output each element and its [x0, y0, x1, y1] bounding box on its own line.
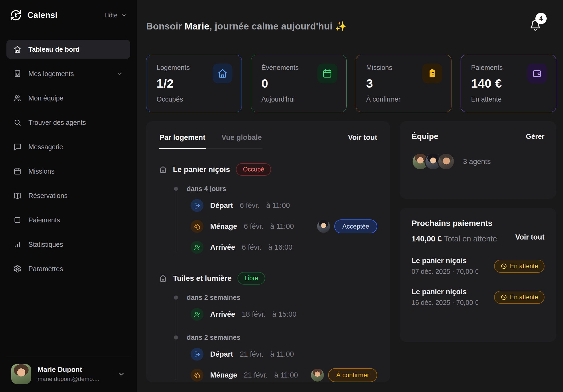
user-email: marie.dupont@demo....: [38, 376, 99, 383]
clock-icon: [501, 294, 507, 301]
timeline-group-label: dans 2 semaines: [176, 334, 377, 341]
sidebar-item-label: Mon équipe: [28, 94, 64, 102]
stat-icon-tile: [527, 64, 547, 83]
sidebar-item-dashboard[interactable]: Tableau de bord: [6, 40, 130, 59]
stat-icon-tile: [422, 64, 442, 83]
payments-subheader: 140,00 € Total en attente Voir tout: [412, 233, 545, 244]
clipboard-icon: [427, 68, 437, 79]
home-icon: [13, 45, 21, 53]
chevron-down-icon[interactable]: [117, 370, 125, 378]
property-status-badge: Libre: [238, 272, 265, 285]
event-label: Ménage: [210, 371, 237, 379]
schedule-view-all-link[interactable]: Voir tout: [348, 132, 377, 142]
calendar-icon: [322, 68, 332, 79]
notification-badge: 4: [535, 13, 547, 24]
sidebar-item-reservations[interactable]: Réservations: [6, 186, 130, 205]
sidebar-item-team[interactable]: Mon équipe: [6, 88, 130, 108]
timeline-when: dans 4 jours: [187, 185, 226, 193]
timeline-group-label: dans 2 semaines: [176, 294, 377, 301]
stat-card-paiements[interactable]: Paiements140 €En attente: [461, 55, 556, 112]
stat-card-logements[interactable]: Logements1/2Occupés: [146, 55, 242, 112]
payments-list: Le panier niçois07 déc. 2025 · 70,00 €En…: [412, 257, 545, 307]
home-icon: [159, 166, 167, 174]
assignee-avatar: [311, 369, 324, 382]
timeline-when: dans 2 semaines: [187, 294, 240, 301]
sidebar-item-settings[interactable]: Paramètres: [6, 259, 130, 278]
stat-card-evenements[interactable]: Événements0Aujourd'hui: [251, 55, 347, 112]
arrivee-icon: [194, 244, 201, 251]
property-name: Tuiles et lumière: [173, 274, 232, 283]
event-date: 6 févr.: [240, 201, 260, 210]
sidebar-item-find-agents[interactable]: Trouver des agents: [6, 113, 130, 132]
chevron-down-icon: [116, 70, 123, 77]
sidebar-item-label: Réservations: [28, 192, 68, 200]
user-name: Marie Dupont: [38, 365, 99, 374]
sidebar-item-label: Trouver des agents: [28, 119, 86, 126]
bar-chart-icon: [13, 240, 21, 248]
sidebar-item-listings[interactable]: Mes logements: [6, 64, 130, 83]
event-time: à 11:00: [274, 371, 298, 379]
depart-icon: [194, 202, 201, 209]
notifications-button[interactable]: 4: [529, 19, 541, 32]
sidebar-item-messages[interactable]: Messagerie: [6, 137, 130, 156]
event-row: Départ21 févr.à 11:00: [176, 344, 377, 364]
square-icon: [13, 216, 21, 224]
gear-icon: [13, 265, 21, 273]
event-row: Arrivée18 févr.à 15:00: [176, 304, 377, 324]
team-manage-link[interactable]: Gérer: [526, 132, 545, 141]
payment-row: Le panier niçois16 déc. 2025 · 70,00 €En…: [412, 288, 545, 307]
event-type-icon-wrap: [191, 241, 203, 254]
sidebar: Calensi Hôte Tableau de bordMes logement…: [0, 0, 137, 392]
event-date: 6 févr.: [242, 243, 262, 252]
properties-list: Le panier niçoisOccupédans 4 joursDépart…: [159, 163, 377, 382]
stat-icon-tile: [317, 64, 337, 83]
building-icon: [13, 70, 21, 78]
tab-by-property[interactable]: Par logement: [159, 132, 206, 148]
upcoming-payments-card: Prochains paiements 140,00 € Total en at…: [400, 208, 556, 342]
payment-status-badge: En attente: [494, 260, 545, 273]
event-type-icon-wrap: [191, 369, 203, 382]
team-count: 3 agents: [463, 158, 491, 166]
brand-name: Calensi: [27, 10, 57, 20]
timeline-dot: [174, 296, 178, 300]
event-label: Arrivée: [210, 243, 235, 252]
assignment-status-badge[interactable]: Acceptée: [334, 219, 377, 233]
chevron-down-icon: [121, 12, 127, 18]
tab-global[interactable]: Vue globale: [221, 132, 262, 148]
greeting-suffix: , journée calme aujourd'hui ✨: [209, 21, 347, 31]
payment-info: Le panier niçois07 déc. 2025 · 70,00 €: [412, 257, 479, 275]
event-label: Départ: [210, 350, 233, 359]
stat-card-missions[interactable]: Missions3À confirmer: [356, 55, 451, 112]
greeting-prefix: Bonsoir: [146, 21, 185, 31]
event-label: Ménage: [210, 222, 237, 231]
stat-sublabel: À confirmer: [366, 95, 441, 103]
sidebar-item-label: Statistiques: [28, 241, 63, 248]
payments-view-all-link[interactable]: Voir tout: [515, 233, 545, 241]
payment-date-amount: 07 déc. 2025 · 70,00 €: [412, 268, 479, 275]
event-date: 21 févr.: [240, 350, 264, 359]
event-time: à 11:00: [270, 222, 294, 231]
sidebar-item-label: Tableau de bord: [28, 46, 80, 53]
role-switcher[interactable]: Hôte: [104, 12, 127, 19]
property-header: Tuiles et lumièreLibre: [159, 272, 377, 285]
sidebar-item-missions[interactable]: Missions: [6, 162, 130, 181]
sidebar-item-payments[interactable]: Paiements: [6, 210, 130, 230]
sidebar-item-statistics[interactable]: Statistiques: [6, 235, 130, 254]
user-menu[interactable]: Marie Dupont marie.dupont@demo....: [6, 357, 130, 392]
property-timeline: dans 4 joursDépart6 févr.à 11:00Ménage6 …: [176, 185, 377, 257]
payment-date-amount: 16 déc. 2025 · 70,00 €: [412, 299, 479, 307]
event-time: à 16:00: [268, 243, 292, 252]
event-row: Arrivée6 févr.à 16:00: [176, 237, 377, 257]
event-row: Ménage21 févr.à 11:00À confirmer: [176, 364, 377, 382]
search-icon: [13, 118, 21, 126]
home-icon: [217, 68, 228, 79]
event-time: à 11:00: [266, 201, 290, 210]
event-date: 21 févr.: [244, 371, 268, 379]
sidebar-item-label: Messagerie: [28, 143, 63, 151]
user-texts: Marie Dupont marie.dupont@demo....: [38, 365, 99, 383]
event-label: Départ: [210, 201, 233, 210]
assignment-status-badge[interactable]: À confirmer: [328, 368, 377, 382]
brand-row: Calensi Hôte: [6, 8, 130, 23]
payment-status-label: En attente: [510, 294, 538, 301]
depart-icon: [194, 351, 201, 358]
